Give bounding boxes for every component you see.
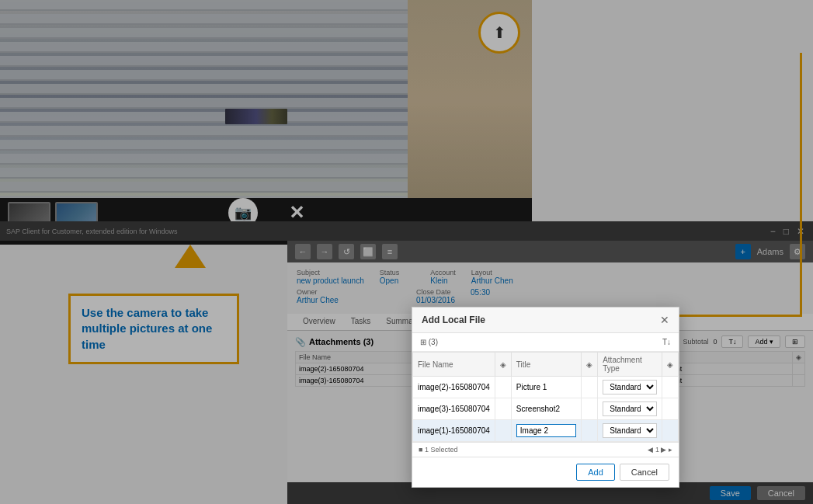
modal-table: File Name ◈ Title ◈ Attachment Type ◈ im… [412,352,679,442]
modal-actions: Add Cancel [412,457,679,487]
modal-col-type-sort[interactable]: ◈ [662,353,679,377]
modal-table-row-selected[interactable]: image(1)-165080704 Standard Attachment [413,420,679,442]
modal-cell-filename: image(3)-165080704 [413,398,495,420]
modal-col-filename: File Name [413,353,495,377]
modal-cell-type[interactable]: Standard Attachment [598,377,662,398]
modal-title-input[interactable] [516,424,576,437]
modal-overlay [0,0,813,504]
modal-cell-type[interactable]: Standard Attachment [598,398,662,420]
modal-col-filename-sort[interactable]: ◈ [495,353,511,377]
modal-table-row[interactable]: image(3)-165080704 Screenshot2 Standard … [413,398,679,420]
modal-col-title-sort[interactable]: ◈ [582,353,598,377]
modal-cell-title[interactable] [511,420,581,442]
modal-col-title: Title [511,353,581,377]
modal-cell-filename: image(2)-165080704 [413,377,495,398]
modal-cell-title[interactable]: Picture 1 [511,377,581,398]
modal-footer-bar: ■ 1 Selected ◀ 1 ▶ ▸ [412,442,679,457]
modal-close-button[interactable]: ✕ [660,314,669,326]
modal-toolbar-left: ⊞ (3) [420,338,438,346]
modal-toolbar-right[interactable]: T↓ [662,338,671,346]
pagination[interactable]: ◀ 1 ▶ ▸ [648,446,672,454]
add-local-file-dialog: Add Local File ✕ ⊞ (3) T↓ File Name ◈ Ti… [412,307,679,488]
modal-type-select-3[interactable]: Standard Attachment [603,423,657,438]
modal-type-select-2[interactable]: Standard Attachment [603,401,657,416]
modal-cell-filename: image(1)-165080704 [413,420,495,442]
modal-type-select-1[interactable]: Standard Attachment [603,380,657,395]
modal-toolbar: ⊞ (3) T↓ [412,333,679,352]
modal-add-button[interactable]: Add [576,464,615,481]
modal-cell-type[interactable]: Standard Attachment [598,420,662,442]
modal-header: Add Local File ✕ [412,308,679,333]
modal-cancel-button[interactable]: Cancel [620,464,669,481]
modal-body: ⊞ (3) T↓ File Name ◈ Title ◈ Attachment … [412,333,679,457]
selected-count: ■ 1 Selected [419,446,457,454]
modal-title: Add Local File [422,315,485,325]
modal-col-type: Attachment Type [598,353,662,377]
modal-table-row[interactable]: image(2)-165080704 Picture 1 Standard At… [413,377,679,398]
modal-cell-title[interactable]: Screenshot2 [511,398,581,420]
